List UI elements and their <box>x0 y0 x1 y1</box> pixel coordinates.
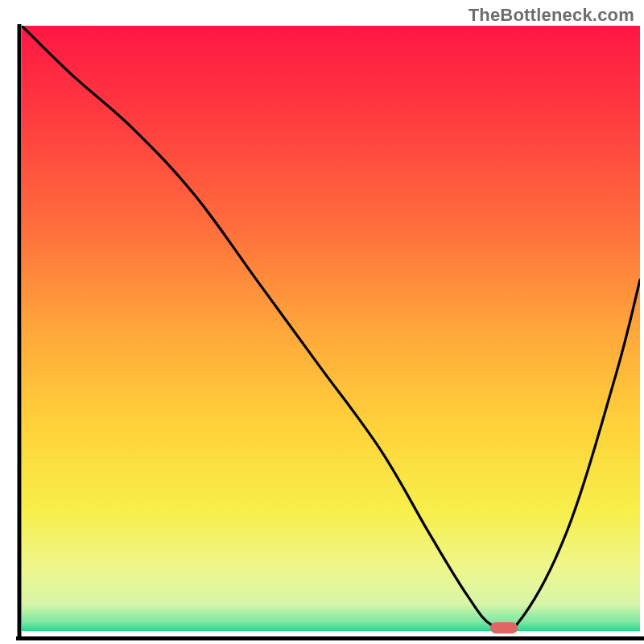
optimal-marker <box>490 622 518 634</box>
bottleneck-chart: TheBottleneck.com <box>0 0 644 644</box>
plot-background <box>22 26 640 631</box>
chart-svg <box>0 0 644 644</box>
attribution-label: TheBottleneck.com <box>469 5 634 26</box>
